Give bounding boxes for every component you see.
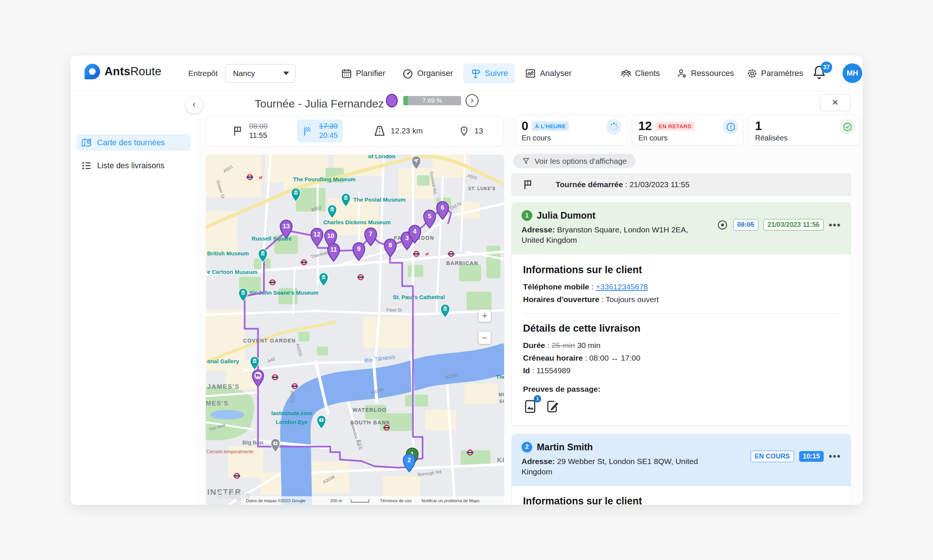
zoom-out-button[interactable]: − [479, 332, 491, 344]
notification-badge: 37 [821, 62, 832, 73]
close-button[interactable]: ✕ [820, 94, 850, 111]
map-label: JAMES'S [207, 383, 240, 390]
tab-label: Suivre [485, 69, 508, 78]
tab-label: Organiser [417, 69, 453, 78]
map-terms-link[interactable]: Términos de uso [380, 498, 412, 503]
navbar: AntsRoute Entrepôt Nancy Planifier Organ… [71, 55, 862, 91]
checklist-icon [81, 160, 92, 171]
rail-station-icon: ⇄ [259, 175, 262, 180]
svg-text:10: 10 [327, 232, 334, 239]
collapse-panel-button[interactable]: ‹ [186, 97, 202, 114]
start-flag-icon [232, 125, 245, 137]
tab-analyser[interactable]: Analyser [518, 63, 578, 83]
delivery-panel: Voir les options d'affichage Tournée dém… [511, 154, 851, 505]
sidebar-item-liste-des-livraisons[interactable]: Liste des livraisons [76, 157, 191, 174]
signature-icon [545, 399, 561, 414]
stat-stops: 13 [458, 116, 483, 146]
map-label: e Cartoon Museum [207, 269, 257, 275]
tab-planifier[interactable]: Planifier [334, 63, 392, 83]
map-label: lastminute.com [271, 410, 312, 416]
route-map[interactable]: The Foundling MuseumThe Postal MuseumCha… [206, 155, 504, 505]
notifications-button[interactable]: 37 [812, 65, 831, 84]
status-count: 12 [638, 119, 652, 133]
planned-start: 08:00 [249, 122, 268, 131]
client-info-title: Informations sur le client [523, 264, 840, 276]
delivery-details-title: Détails de cette livraison [523, 323, 840, 334]
status-card-on-time: 0 À L'HEURE En cours [515, 115, 627, 145]
rail-station-icon: ⇄ [425, 252, 429, 256]
map-label: London Eye [276, 419, 308, 425]
route-header: Tournée - Julia Fernandez 7.69 % › ✕ [197, 91, 862, 118]
map-label: KI [497, 457, 504, 464]
map-label: Charles Dickens Museum [323, 219, 391, 225]
map-label: COVENT GARDEN [243, 338, 296, 343]
warehouse-select[interactable]: Nancy [225, 64, 296, 83]
route-color-dot[interactable] [386, 94, 398, 108]
sidebar-item-label: Carte des tournées [97, 138, 165, 148]
status-badge: À L'HEURE [532, 122, 569, 131]
stat-distance: 12.23 km [373, 116, 423, 146]
next-route-button[interactable]: › [466, 94, 479, 107]
status-count: 0 [522, 119, 528, 133]
nav-label: Ressources [691, 69, 734, 78]
svg-text:3: 3 [405, 235, 408, 242]
customer-name: Julia Dumont [537, 210, 595, 221]
gear-icon [747, 68, 757, 79]
proof-signature-button[interactable] [545, 399, 561, 414]
eta-badge: 10:15 [799, 451, 824, 462]
phone-row: Téléphone mobile : +33612345678 [523, 282, 840, 291]
delivery-card-martin-smith[interactable]: 2 Martin Smith Adresse: 29 Webber St, Lo… [511, 434, 851, 505]
calendar-icon [341, 68, 352, 79]
warehouse-label: Entrepôt [188, 69, 218, 78]
alert-icon [723, 119, 738, 135]
map-label: MU [499, 392, 504, 397]
map-label: MES'S [206, 400, 229, 407]
map-label: SOUTH BANK [350, 420, 390, 425]
sidebar-item-label: Liste des livraisons [97, 161, 165, 171]
status-card-late: 12 EN RETARD En cours [632, 115, 743, 145]
delivery-card-julia-dumont[interactable]: 1 Julia Dumont Adresse: Bryanston Square… [511, 202, 851, 426]
map-label: Fleet St [386, 308, 402, 313]
brand-name: AntsRoute [105, 65, 161, 78]
brand-logo[interactable]: AntsRoute [85, 64, 161, 79]
svg-text:8: 8 [388, 242, 392, 249]
status-count: 1 [755, 119, 762, 133]
svg-text:12: 12 [314, 231, 321, 238]
route-stats-card: 08:0011:55 17:3920:45 12.23 km 13 [206, 115, 503, 146]
stat-start-time: 08:0011:55 [232, 116, 268, 146]
stat-end-time: 17:3920:45 [297, 119, 343, 142]
map-attribution: Datos de mapas ©2023 Google [246, 498, 305, 503]
status-label: En cours [522, 134, 620, 142]
tab-label: Analyser [540, 69, 571, 78]
nav-ressources[interactable]: Ressources [676, 55, 734, 91]
started-label: Tournée démarrée [556, 180, 623, 189]
proof-photo-button[interactable]: 1 [523, 399, 539, 414]
display-options-button[interactable]: Voir les options d'affichage [513, 154, 636, 168]
main-content: Tournée - Julia Fernandez 7.69 % › ✕ 08:… [197, 91, 862, 505]
tab-suivre[interactable]: Suivre [463, 63, 514, 83]
map-label: ST. LUKE'S [468, 186, 496, 191]
more-menu-button[interactable]: ••• [829, 454, 841, 458]
client-info-title: Informations sur le client [523, 495, 840, 505]
map-report-link[interactable]: Notificar un problema de Maps [422, 498, 480, 503]
sidebar: Carte des tournées Liste des livraisons [71, 91, 197, 505]
nav-parametres[interactable]: Paramètres [747, 55, 803, 91]
tab-organiser[interactable]: Organiser [396, 63, 460, 83]
finish-flag-icon [302, 125, 315, 137]
map-label: The Postal Museum [353, 197, 405, 203]
nav-clients[interactable]: Clients [620, 55, 660, 91]
svg-text:5: 5 [428, 213, 431, 220]
zoom-in-button[interactable]: + [479, 309, 491, 322]
map-label: Cerrado temporalmente [206, 449, 254, 454]
sidebar-item-carte-des-tournees[interactable]: Carte des tournées [76, 135, 191, 151]
phone-link[interactable]: +33612345678 [596, 282, 648, 291]
map-label: A3211 [289, 390, 296, 403]
progress-bar: 7.69 % [403, 96, 461, 105]
avatar[interactable]: MH [842, 63, 862, 83]
svg-text:13: 13 [283, 223, 290, 230]
id-row: Id : 11554989 [523, 366, 840, 375]
route-started-banner: Tournée démarrée : 21/03/2023 11:55 [511, 174, 851, 196]
target-icon[interactable] [717, 219, 728, 231]
more-menu-button[interactable]: ••• [829, 223, 841, 227]
photo-count-badge: 1 [534, 395, 541, 403]
